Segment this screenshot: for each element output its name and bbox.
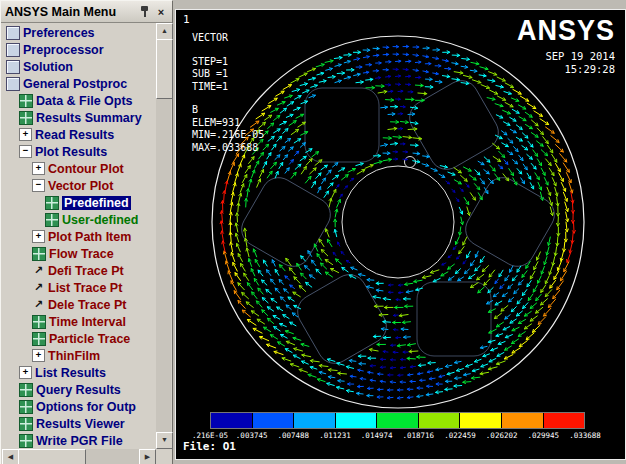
expand-box-icon[interactable]: + bbox=[32, 230, 45, 243]
colorbar-segment-5 bbox=[419, 413, 461, 428]
menu-item-results-summary[interactable]: Results Summary bbox=[3, 109, 155, 126]
table-icon bbox=[19, 111, 33, 125]
menu-item-data-file-opts[interactable]: Data & File Opts bbox=[3, 92, 155, 109]
menu-item-list-trace-pt[interactable]: ↗List Trace Pt bbox=[3, 279, 155, 296]
colorbar bbox=[210, 412, 585, 429]
pushpin-icon[interactable] bbox=[137, 5, 151, 19]
menu-item-label: Contour Plot bbox=[48, 162, 124, 176]
colorbar-label: .216E-05 bbox=[192, 431, 228, 440]
colorbar-segment-8 bbox=[544, 413, 585, 428]
collapse-box-icon[interactable]: − bbox=[19, 145, 32, 158]
vertical-scroll-thumb[interactable] bbox=[156, 39, 173, 99]
menu-item-preprocessor[interactable]: Preprocessor bbox=[3, 41, 155, 58]
menu-item-label: List Results bbox=[35, 366, 106, 380]
menu-item-user-defined[interactable]: User-defined bbox=[3, 211, 155, 228]
colorbar-segment-3 bbox=[336, 413, 378, 428]
info-line-sub: SUB =1 bbox=[192, 68, 264, 81]
app-icon bbox=[6, 77, 20, 91]
menu-item-label: Defi Trace Pt bbox=[48, 264, 124, 278]
arrow-icon: ↗ bbox=[32, 282, 45, 294]
scroll-right-icon[interactable]: ▶ bbox=[139, 449, 156, 464]
arrow-icon: ↗ bbox=[32, 299, 45, 311]
colorbar-label: .022459 bbox=[444, 431, 476, 440]
menu-item-preferences[interactable]: Preferences bbox=[3, 24, 155, 41]
info-line-step: STEP=1 bbox=[192, 56, 264, 69]
colorbar-label: .014974 bbox=[361, 431, 393, 440]
vertical-scrollbar[interactable]: ▲ ▼ bbox=[156, 23, 171, 449]
menu-item-label: Results Summary bbox=[36, 111, 142, 125]
arrow-icon: ↗ bbox=[32, 265, 45, 277]
menu-item-plot-path-item[interactable]: +Plot Path Item bbox=[3, 228, 155, 245]
info-line-quantity: B bbox=[192, 104, 264, 117]
app-icon bbox=[6, 26, 20, 40]
menu-titlebar[interactable]: ANSYS Main Menu × bbox=[1, 1, 172, 23]
menu-item-results-viewer[interactable]: Results Viewer bbox=[3, 415, 155, 432]
collapse-box-icon[interactable]: − bbox=[32, 179, 45, 192]
menu-item-label: Dele Trace Pt bbox=[48, 298, 127, 312]
horizontal-scroll-thumb[interactable] bbox=[18, 449, 86, 464]
table-icon bbox=[32, 332, 46, 346]
file-label: File: O1 bbox=[183, 440, 236, 453]
app-icon bbox=[6, 60, 20, 74]
plot-time: 15:29:28 bbox=[517, 63, 615, 76]
colorbar-label: .018716 bbox=[403, 431, 435, 440]
colorbar-segment-1 bbox=[253, 413, 295, 428]
table-icon bbox=[32, 247, 46, 261]
graphics-viewport[interactable]: 1 VECTOR STEP=1 SUB =1 TIME=1 B ELEM=931… bbox=[175, 9, 626, 460]
expand-box-icon[interactable]: + bbox=[19, 128, 32, 141]
menu-item-read-results[interactable]: +Read Results bbox=[3, 126, 155, 143]
menu-item-dele-trace-pt[interactable]: ↗Dele Trace Pt bbox=[3, 296, 155, 313]
menu-item-particle-trace[interactable]: Particle Trace bbox=[3, 330, 155, 347]
close-icon[interactable]: × bbox=[154, 5, 168, 19]
menu-item-label: Vector Plot bbox=[48, 179, 113, 193]
menu-item-label: Data & File Opts bbox=[36, 94, 133, 108]
menu-item-label: Solution bbox=[23, 60, 73, 74]
info-line-min: MIN=.216E-05 bbox=[192, 129, 264, 142]
menu-item-defi-trace-pt[interactable]: ↗Defi Trace Pt bbox=[3, 262, 155, 279]
scroll-up-icon[interactable]: ▲ bbox=[156, 23, 173, 40]
table-icon bbox=[45, 196, 59, 210]
menu-item-label: List Trace Pt bbox=[48, 281, 122, 295]
ansys-main-menu-window: ANSYS Main Menu × PreferencesPreprocesso… bbox=[0, 0, 173, 464]
menu-item-options-for-outp[interactable]: Options for Outp bbox=[3, 398, 155, 415]
colorbar-segment-6 bbox=[460, 413, 502, 428]
menu-item-list-results[interactable]: +List Results bbox=[3, 364, 155, 381]
pushpin-glyph bbox=[139, 5, 150, 19]
menu-item-label: Preferences bbox=[23, 26, 95, 40]
menu-item-predefined[interactable]: Predefined bbox=[3, 194, 155, 211]
scroll-left-icon[interactable]: ◀ bbox=[2, 449, 19, 464]
table-icon bbox=[45, 213, 59, 227]
table-icon bbox=[19, 94, 33, 108]
menu-item-label: Query Results bbox=[36, 383, 121, 397]
menu-item-label: Read Results bbox=[35, 128, 114, 142]
plot-info-block: VECTOR STEP=1 SUB =1 TIME=1 B ELEM=931 M… bbox=[192, 32, 264, 154]
menu-item-label: Write PGR File bbox=[36, 434, 123, 448]
menu-item-vector-plot[interactable]: −Vector Plot bbox=[3, 177, 155, 194]
info-line-elem: ELEM=931 bbox=[192, 117, 264, 130]
menu-item-query-results[interactable]: Query Results bbox=[3, 381, 155, 398]
scroll-down-icon[interactable]: ▼ bbox=[156, 432, 173, 449]
menu-item-flow-trace[interactable]: Flow Trace bbox=[3, 245, 155, 262]
colorbar-labels: .216E-05.003745.007488.011231.014974.018… bbox=[210, 431, 585, 441]
menu-item-write-pgr-file[interactable]: Write PGR File bbox=[3, 432, 155, 448]
menu-item-contour-plot[interactable]: +Contour Plot bbox=[3, 160, 155, 177]
menu-item-plot-results[interactable]: −Plot Results bbox=[3, 143, 155, 160]
menu-item-label: User-defined bbox=[62, 213, 138, 227]
expand-box-icon[interactable]: + bbox=[32, 349, 45, 362]
ansys-logo: ANSYS bbox=[517, 14, 615, 47]
colorbar-label: .026202 bbox=[486, 431, 518, 440]
menu-item-label: Options for Outp bbox=[36, 400, 136, 414]
menu-item-thinfilm[interactable]: +ThinFilm bbox=[3, 347, 155, 364]
colorbar-segment-4 bbox=[377, 413, 419, 428]
colorbar-label: .033688 bbox=[569, 431, 601, 440]
horizontal-scrollbar[interactable]: ◀ ▶ bbox=[2, 449, 156, 464]
window-title: ANSYS Main Menu bbox=[5, 5, 134, 19]
viewport-window-number: 1 bbox=[183, 13, 190, 26]
expand-box-icon[interactable]: + bbox=[19, 366, 32, 379]
colorbar-segment-7 bbox=[502, 413, 544, 428]
menu-item-solution[interactable]: Solution bbox=[3, 58, 155, 75]
menu-item-general-postproc[interactable]: General Postproc bbox=[3, 75, 155, 92]
menu-item-label: Preprocessor bbox=[23, 43, 104, 57]
expand-box-icon[interactable]: + bbox=[32, 162, 45, 175]
menu-item-time-interval[interactable]: Time Interval bbox=[3, 313, 155, 330]
